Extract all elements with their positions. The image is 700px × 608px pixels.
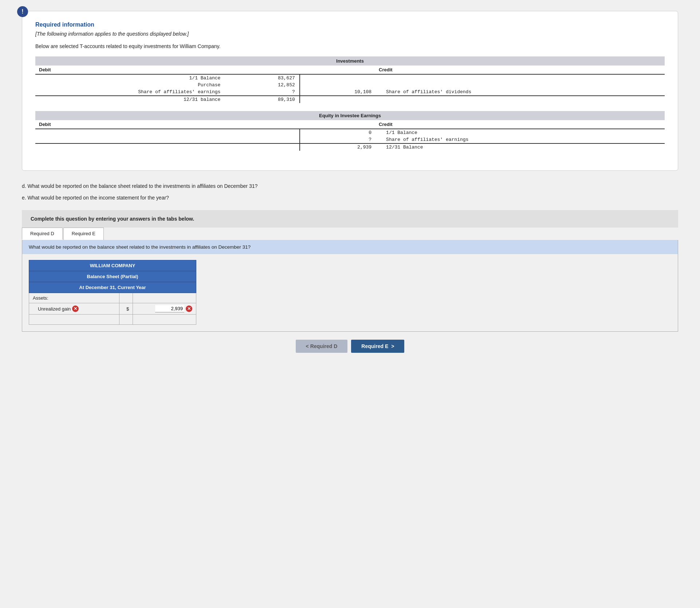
bs-date: At December 31, Current Year [29, 282, 196, 293]
equity-t-account: Equity in Investee Earnings Debit Credit… [35, 111, 665, 151]
tab-question-text: What would be reported on the balance sh… [29, 244, 251, 250]
balance-sheet-table: WILLIAM COMPANY Balance Sheet (Partial) … [29, 260, 196, 325]
bs-header-row-2: Balance Sheet (Partial) [29, 271, 196, 282]
balance-sheet-wrapper: WILLIAM COMPANY Balance Sheet (Partial) … [22, 260, 678, 331]
question-d: d. What would be reported on the balance… [22, 181, 678, 191]
table-row: 1/1 Balance 83,627 [35, 74, 665, 82]
table-row: Share of affiliates' earnings ? 10,108 S… [35, 88, 665, 96]
table-row: 2,939 12/31 Balance [35, 143, 665, 151]
bs-header-row-3: At December 31, Current Year [29, 282, 196, 293]
italic-note: [The following information applies to th… [35, 31, 665, 37]
prev-button[interactable]: < Required D [296, 340, 348, 353]
next-button[interactable]: Required E > [351, 340, 404, 353]
instruction-text: Complete this question by entering your … [31, 216, 194, 222]
tab-content: What would be reported on the balance sh… [22, 240, 678, 332]
prev-label: Required D [310, 343, 338, 349]
nav-buttons: < Required D Required E > [22, 340, 678, 360]
investments-debit-header: Debit [35, 66, 224, 74]
investments-table: Investments Debit Credit 1/1 Balance 83,… [35, 56, 665, 103]
investments-t-account: Investments Debit Credit 1/1 Balance 83,… [35, 56, 665, 103]
investments-title: Investments [35, 56, 665, 66]
instruction-box: Complete this question by entering your … [22, 210, 678, 228]
table-row: ? Share of affiliates' earnings [35, 136, 665, 143]
bs-header-row-1: WILLIAM COMPANY [29, 260, 196, 271]
bs-company-name: WILLIAM COMPANY [29, 260, 196, 271]
tabs-row: Required D Required E [22, 228, 678, 240]
table-row: Purchase 12,852 [35, 82, 665, 88]
tab-required-d[interactable]: Required D [22, 228, 63, 240]
bs-unrealized-gain-row: Unrealized gain ✕ $ ✕ [29, 303, 196, 315]
intro-text: Below are selected T-accounts related to… [35, 43, 665, 49]
prev-arrow: < [306, 343, 309, 349]
equity-table: Equity in Investee Earnings Debit Credit… [35, 111, 665, 151]
next-label: Required E [361, 343, 388, 349]
equity-title: Equity in Investee Earnings [35, 111, 665, 120]
bs-assets-label: Assets: [29, 293, 119, 303]
dollar-sign-cell: $ [119, 303, 133, 315]
tab-required-e[interactable]: Required E [63, 228, 104, 240]
bs-title: Balance Sheet (Partial) [29, 271, 196, 282]
amount-input[interactable] [155, 305, 184, 312]
bs-empty-row [29, 315, 196, 325]
tabs-container: Required D Required E What would be repo… [22, 228, 678, 332]
questions-section: d. What would be reported on the balance… [22, 181, 678, 203]
bs-assets-label-row: Assets: [29, 293, 196, 303]
unrealized-gain-label: Unrealized gain [38, 306, 71, 312]
table-row: 0 1/1 Balance [35, 129, 665, 136]
error-icon-left[interactable]: ✕ [72, 305, 79, 312]
info-icon: ! [17, 6, 28, 17]
investments-credit-header: Credit [375, 66, 665, 74]
error-icon-right[interactable]: ✕ [186, 305, 192, 312]
table-row: 12/31 balance 89,310 [35, 96, 665, 103]
question-e: e. What would be reported on the income … [22, 193, 678, 203]
equity-debit-header: Debit [35, 120, 224, 129]
next-arrow: > [391, 343, 394, 349]
equity-credit-header: Credit [375, 120, 665, 129]
info-box: ! Required information [The following in… [22, 11, 678, 171]
required-info-title: Required information [35, 21, 665, 28]
tab-question-bar: What would be reported on the balance sh… [22, 240, 678, 254]
